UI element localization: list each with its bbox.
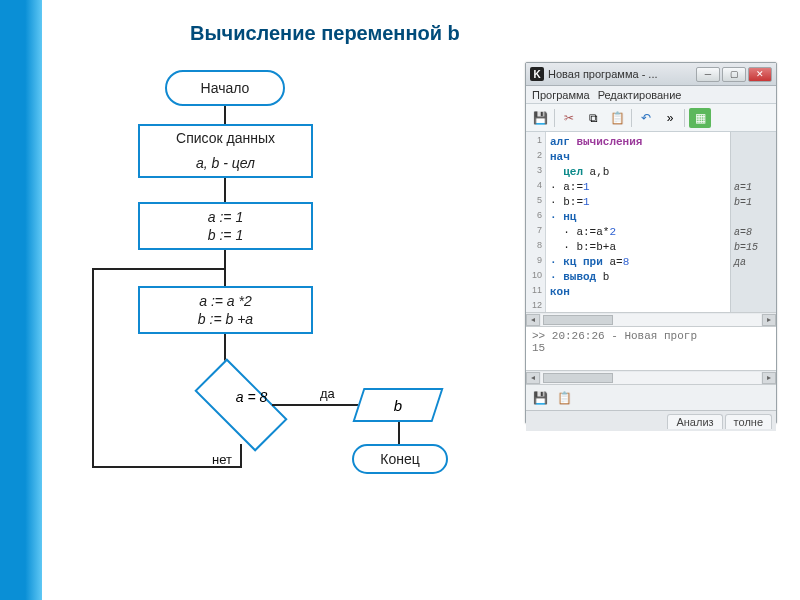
tab-full[interactable]: толне <box>725 414 772 429</box>
fc-data-decl: a, b - цел <box>138 150 313 178</box>
minimize-button[interactable]: ─ <box>696 67 720 82</box>
fc-connector <box>272 404 358 406</box>
ide-console: >> 20:26:26 - Новая прогр 15 <box>526 326 776 370</box>
scroll-track[interactable] <box>541 372 761 384</box>
scroll-right-icon[interactable]: ▸ <box>762 372 776 384</box>
fc-loop-line2: b := b +a <box>198 310 253 328</box>
ide-console-hscrollbar[interactable]: ◂ ▸ <box>526 370 776 384</box>
fc-connector <box>92 268 94 468</box>
separator <box>684 109 685 127</box>
fc-data-header: Список данных <box>138 124 313 152</box>
fc-data-decl-label: a, b - цел <box>196 154 255 172</box>
run-icon[interactable]: ▦ <box>689 108 711 128</box>
ide-trace-column: a=1b=1a=8b=15да <box>730 132 776 312</box>
scroll-track[interactable] <box>541 314 761 326</box>
fc-connector <box>224 178 226 202</box>
fc-init-line2: b := 1 <box>208 226 243 244</box>
fc-decision-label: a = 8 <box>209 389 295 405</box>
ide-gutter: 123456789101112 <box>526 132 546 312</box>
ide-titlebar[interactable]: K Новая программа - ... ─ ▢ ✕ <box>526 63 776 86</box>
scroll-left-icon[interactable]: ◂ <box>526 314 540 326</box>
fc-output-label: b <box>394 397 402 414</box>
save-icon[interactable]: 💾 <box>530 108 550 128</box>
fc-connector <box>92 466 242 468</box>
fc-yes-label: да <box>320 386 335 401</box>
console-line-output: 15 <box>532 342 770 354</box>
maximize-button[interactable]: ▢ <box>722 67 746 82</box>
fc-end-label: Конец <box>380 450 419 468</box>
scroll-right-icon[interactable]: ▸ <box>762 314 776 326</box>
ide-bottom-toolbar: 💾 📋 <box>526 384 776 410</box>
fc-connector <box>224 106 226 124</box>
undo-icon[interactable]: ↶ <box>636 108 656 128</box>
decorative-left-strip <box>0 0 42 600</box>
menu-edit[interactable]: Редактирование <box>598 89 682 101</box>
ide-code[interactable]: алг вычислениянач цел a,b· a:=1· b:=1· н… <box>546 132 730 312</box>
fc-output: b <box>352 388 443 422</box>
scroll-thumb[interactable] <box>543 373 613 383</box>
fc-init-line1: a := 1 <box>208 208 243 226</box>
paste-icon[interactable]: 📋 <box>607 108 627 128</box>
scroll-left-icon[interactable]: ◂ <box>526 372 540 384</box>
ide-window: K Новая программа - ... ─ ▢ ✕ Программа … <box>525 62 777 424</box>
fc-init: a := 1 b := 1 <box>138 202 313 250</box>
paste-icon[interactable]: 📋 <box>554 388 574 408</box>
close-button[interactable]: ✕ <box>748 67 772 82</box>
ide-editor[interactable]: 123456789101112 алг вычислениянач цел a,… <box>526 132 776 312</box>
fc-data-header-label: Список данных <box>176 129 275 147</box>
console-line-time: >> 20:26:26 - Новая прогр <box>532 330 770 342</box>
fc-no-label: нет <box>212 452 232 467</box>
separator <box>554 109 555 127</box>
page-title: Вычисление переменной b <box>190 22 460 45</box>
ide-bottom-tabs: Анализ толне <box>526 410 776 431</box>
fc-loop-body: a := a *2 b := b +a <box>138 286 313 334</box>
fc-loop-line1: a := a *2 <box>199 292 252 310</box>
fc-end: Конец <box>352 444 448 474</box>
ide-window-title: Новая программа - ... <box>548 68 696 80</box>
ide-hscrollbar[interactable]: ◂ ▸ <box>526 312 776 326</box>
fc-start-label: Начало <box>201 79 250 97</box>
separator <box>631 109 632 127</box>
tab-analysis[interactable]: Анализ <box>667 414 722 429</box>
expand-icon[interactable]: » <box>660 108 680 128</box>
fc-start: Начало <box>165 70 285 106</box>
cut-icon[interactable]: ✂ <box>559 108 579 128</box>
fc-connector <box>240 444 242 468</box>
save-icon[interactable]: 💾 <box>530 388 550 408</box>
menu-program[interactable]: Программа <box>532 89 590 101</box>
fc-connector <box>92 268 226 270</box>
fc-connector <box>398 422 400 446</box>
ide-app-icon: K <box>530 67 544 81</box>
ide-toolbar: 💾 ✂ ⧉ 📋 ↶ » ▦ <box>526 104 776 132</box>
ide-menubar: Программа Редактирование <box>526 86 776 104</box>
copy-icon[interactable]: ⧉ <box>583 108 603 128</box>
scroll-thumb[interactable] <box>543 315 613 325</box>
